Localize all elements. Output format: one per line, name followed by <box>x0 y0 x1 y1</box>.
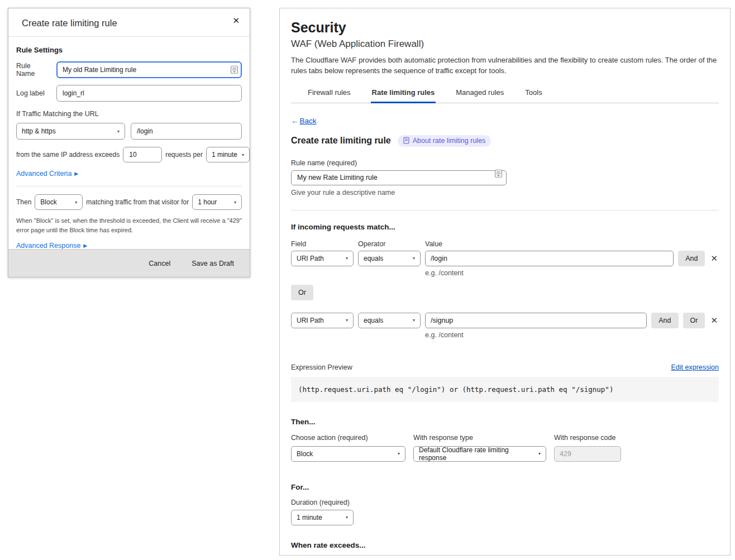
then-section: Then... Choose action (required) Block ▾… <box>291 418 719 462</box>
expression-preview-label: Expression Preview <box>291 363 352 371</box>
url-input-wrap <box>131 123 242 140</box>
rule-name-input[interactable] <box>291 170 507 185</box>
remove-row-1-icon[interactable]: ✕ <box>709 253 719 264</box>
modal-footer: Cancel Save as Draft <box>8 249 250 277</box>
divider <box>291 210 719 210</box>
for-heading: For... <box>291 483 719 491</box>
remove-row-2-icon[interactable]: ✕ <box>709 315 719 326</box>
cancel-button[interactable]: Cancel <box>149 260 170 267</box>
chevron-down-icon: ▾ <box>234 200 236 205</box>
expression-section: Expression Preview Edit expression (http… <box>291 363 719 402</box>
caret-right-icon: ▶ <box>83 243 87 248</box>
then-row: Then Block ▾ matching traffic from that … <box>16 194 242 210</box>
response-type-value: Default Cloudflare rate limiting respons… <box>419 446 534 462</box>
rule-name-input[interactable] <box>56 61 242 78</box>
tab-firewall-rules[interactable]: Firewall rules <box>307 84 352 103</box>
match-row-2: URI Path ▾ equals ▾ And Or ✕ <box>291 313 719 328</box>
caret-right-icon: ▶ <box>74 171 78 176</box>
rate-heading: When rate exceeds... <box>291 541 719 549</box>
duration-select-value: 1 minute <box>297 514 322 521</box>
action-select[interactable]: Block ▾ <box>35 194 83 210</box>
about-rate-limiting-badge[interactable]: About rate limiting rules <box>398 135 491 147</box>
close-icon[interactable]: ✕ <box>232 16 240 25</box>
url-input[interactable] <box>131 123 242 140</box>
back-label: Back <box>300 117 317 125</box>
or-button[interactable]: Or <box>291 285 313 300</box>
match-column-labels: Field Operator Value <box>291 240 719 248</box>
or-button-row-2[interactable]: Or <box>683 313 705 328</box>
chevron-down-icon: ▾ <box>75 200 77 205</box>
log-label-row: Log label <box>16 85 242 102</box>
operator-select-2[interactable]: equals ▾ <box>358 313 421 328</box>
for-section: For... Duration (required) 1 minute ▾ <box>291 483 719 525</box>
edit-expression-link[interactable]: Edit expression <box>671 363 719 371</box>
scheme-select[interactable]: http & https ▾ <box>16 123 125 140</box>
advanced-response-link[interactable]: Advanced Response ▶ <box>16 242 87 250</box>
expression-header: Expression Preview Edit expression <box>291 363 719 371</box>
about-badge-label: About rate limiting rules <box>413 137 486 145</box>
rule-settings-heading: Rule Settings <box>16 46 242 54</box>
threshold-row: from the same IP address exceeds request… <box>16 147 242 162</box>
block-note-text: When "Block" is set, when the threshold … <box>16 216 242 234</box>
advanced-criteria-label: Advanced Criteria <box>16 170 71 178</box>
modal-header: Create rate limiting rule ✕ <box>8 8 250 37</box>
action-select[interactable]: Block ▾ <box>291 446 405 462</box>
tab-rate-limiting-rules[interactable]: Rate limiting rules <box>371 84 436 103</box>
field-select-1-value: URI Path <box>297 255 324 262</box>
period-select[interactable]: 1 minute ▾ <box>206 147 250 162</box>
divider <box>16 186 242 186</box>
action-select-value: Block <box>40 198 56 206</box>
security-waf-panel: Security WAF (Web Application Firewall) … <box>279 8 731 556</box>
choose-action-label: Choose action (required) <box>291 434 405 442</box>
chevron-down-icon: ▾ <box>413 318 415 323</box>
tab-managed-rules[interactable]: Managed rules <box>455 84 505 103</box>
rule-name-input-wrap <box>291 170 507 185</box>
rate-section: When rate exceeds... Requests (required)… <box>291 541 719 556</box>
page: Create rate limiting rule ✕ Rule Setting… <box>0 0 735 560</box>
value-input-2[interactable] <box>425 313 647 328</box>
operator-select-2-value: equals <box>364 317 383 324</box>
rule-name-hint: Give your rule a descriptive name <box>291 189 719 197</box>
form-title: Create rate limiting rule <box>291 136 391 146</box>
or-button-row: Or <box>291 285 719 300</box>
match-row-1: URI Path ▾ equals ▾ And ✕ <box>291 251 719 266</box>
field-select-2[interactable]: URI Path ▾ <box>291 313 354 328</box>
back-link[interactable]: ← Back <box>291 117 317 125</box>
save-as-draft-button[interactable]: Save as Draft <box>192 260 234 267</box>
exceeds-prefix-text: from the same IP address exceeds <box>16 151 120 159</box>
block-duration-value: 1 hour <box>198 198 217 206</box>
response-code-input <box>554 446 621 462</box>
requests-suffix-text: requests per <box>165 151 203 159</box>
expression-code: (http.request.uri.path eq "/login") or (… <box>291 377 719 402</box>
operator-select-1-value: equals <box>364 255 383 262</box>
operator-select-1[interactable]: equals ▾ <box>358 251 421 266</box>
value-input-1[interactable] <box>425 251 674 266</box>
log-label-input-wrap <box>56 85 242 102</box>
waf-subtitle: WAF (Web Application Firewall) <box>291 39 719 50</box>
response-type-column: With response type Default Cloudflare ra… <box>413 434 546 462</box>
period-select-value: 1 minute <box>212 151 237 159</box>
url-match-row: http & https ▾ <box>16 123 242 140</box>
field-select-2-value: URI Path <box>297 317 324 324</box>
response-code-column: With response code <box>554 434 621 462</box>
rule-name-input-wrap <box>56 61 242 78</box>
tab-tools[interactable]: Tools <box>524 84 543 103</box>
and-button-row-2[interactable]: And <box>651 313 678 328</box>
chevron-down-icon: ▾ <box>117 129 120 134</box>
chevron-down-icon: ▾ <box>346 515 348 520</box>
log-label-input[interactable] <box>56 85 242 102</box>
response-code-label: With response code <box>554 434 621 442</box>
doc-icon <box>403 137 409 144</box>
rule-name-label: Rule Name <box>16 62 51 78</box>
then-suffix-text: matching traffic from that visitor for <box>86 198 189 206</box>
modal-body: Rule Settings Rule Name Log label <box>8 37 250 277</box>
field-select-1[interactable]: URI Path ▾ <box>291 251 354 266</box>
and-button-row-1[interactable]: And <box>678 251 705 266</box>
block-duration-select[interactable]: 1 hour ▾ <box>192 194 242 210</box>
advanced-criteria-link[interactable]: Advanced Criteria ▶ <box>16 170 78 178</box>
value-hint-1: e.g. /content <box>425 269 719 277</box>
requests-count-input[interactable] <box>123 147 162 162</box>
chevron-down-icon: ▾ <box>398 451 400 456</box>
duration-select[interactable]: 1 minute ▾ <box>291 510 354 525</box>
response-type-select[interactable]: Default Cloudflare rate limiting respons… <box>413 446 546 462</box>
